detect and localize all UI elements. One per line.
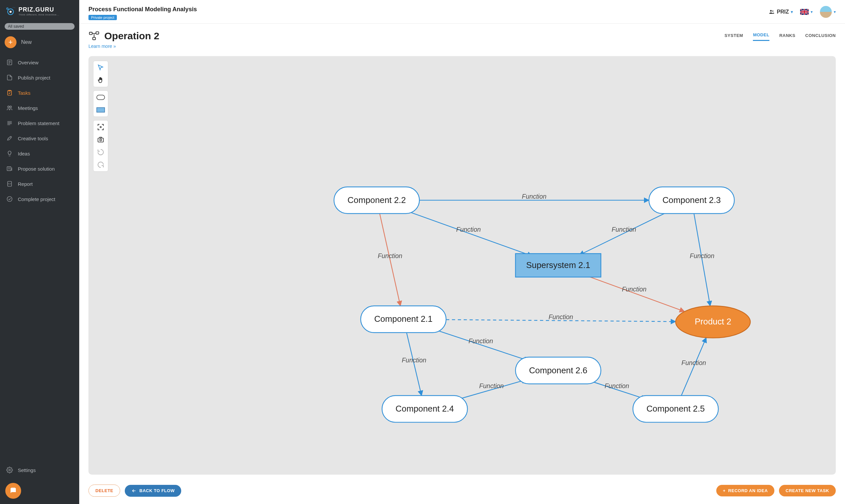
edge-label: Function: [456, 226, 481, 233]
node-c26[interactable]: Component 2.6: [516, 357, 601, 384]
settings-label: Settings: [18, 467, 36, 473]
edge-label: Function: [402, 357, 426, 364]
svg-point-5: [7, 106, 9, 108]
logo[interactable]: PRIZ.GURU Think different, think inventi…: [0, 0, 79, 20]
node-label: Component 2.5: [646, 404, 705, 413]
svg-point-13: [772, 11, 773, 12]
tasks-icon: [6, 89, 13, 96]
edge-c21-c26[interactable]: [433, 329, 529, 361]
chevron-down-icon: ▾: [811, 10, 813, 14]
edge-label: Function: [682, 359, 706, 366]
sidebar-item-meetings[interactable]: Meetings: [0, 100, 79, 115]
page-header: Operation 2 Learn more » SYSTEMMODELRANK…: [79, 24, 845, 52]
node-label: Component 2.3: [663, 195, 721, 205]
diagram-svg: FunctionFunctionFunctionFunctionFunction…: [88, 56, 836, 462]
node-label: Supersystem 2.1: [526, 260, 590, 270]
saved-badge: All saved: [5, 23, 75, 30]
report-icon: PDF: [6, 180, 13, 187]
edge-c23-ss21[interactable]: [579, 212, 669, 255]
chat-button[interactable]: [5, 483, 21, 499]
sidebar-item-ideas[interactable]: Ideas: [0, 146, 79, 161]
edge-label: Function: [605, 382, 629, 390]
learn-more-link[interactable]: Learn more »: [88, 43, 724, 49]
edge-ss21-p2[interactable]: [584, 275, 685, 311]
workspace-selector[interactable]: PRIZ ▾: [769, 8, 793, 15]
propose-icon: [6, 165, 13, 172]
sidebar-item-settings[interactable]: Settings: [0, 463, 79, 478]
svg-point-10: [7, 197, 12, 202]
record-idea-button[interactable]: + RECORD AN IDEA: [716, 485, 774, 497]
edge-label: Function: [479, 382, 504, 390]
sidebar-item-label: Tasks: [18, 90, 30, 96]
flag-icon: [800, 9, 809, 15]
tab-model[interactable]: MODEL: [753, 32, 769, 41]
ideas-icon: [6, 150, 13, 157]
edge-c25-p2[interactable]: [681, 338, 706, 396]
node-c25[interactable]: Component 2.5: [633, 395, 718, 422]
sidebar-item-report[interactable]: PDFReport: [0, 176, 79, 192]
arrow-left-icon: [131, 488, 137, 493]
edge-c23-p2[interactable]: [694, 214, 710, 306]
edge-c22-c21[interactable]: [380, 214, 400, 306]
sidebar-item-label: Publish project: [18, 75, 50, 80]
avatar: [820, 6, 832, 18]
edge-label: Function: [690, 252, 714, 259]
privacy-badge: Private project: [88, 15, 117, 20]
node-ss21[interactable]: Supersystem 2.1: [516, 253, 601, 277]
chat-icon: [9, 487, 17, 495]
svg-point-1: [10, 11, 12, 13]
node-p2[interactable]: Product 2: [676, 306, 750, 338]
tools-icon: [6, 135, 13, 142]
delete-button[interactable]: DELETE: [88, 485, 120, 497]
sidebar: PRIZ.GURU Think different, think inventi…: [0, 0, 79, 504]
edge-label: Function: [522, 193, 546, 200]
node-label: Component 2.6: [529, 366, 588, 375]
new-button[interactable]: + New: [5, 36, 75, 48]
node-c21[interactable]: Component 2.1: [361, 306, 446, 333]
edge-label: Function: [622, 286, 646, 293]
model-canvas[interactable]: FunctionFunctionFunctionFunctionFunction…: [88, 56, 836, 475]
svg-point-6: [10, 106, 12, 108]
svg-rect-17: [93, 37, 96, 40]
tab-ranks[interactable]: RANKS: [779, 33, 795, 41]
logo-icon: [5, 6, 16, 17]
svg-text:PDF: PDF: [8, 183, 11, 185]
tab-conclusion[interactable]: CONCLUSION: [805, 33, 836, 41]
svg-point-12: [770, 10, 772, 12]
sidebar-item-complete[interactable]: Complete project: [0, 192, 79, 206]
page-title: Operation 2: [104, 30, 159, 41]
node-label: Component 2.4: [395, 404, 454, 413]
publish-icon: [6, 74, 13, 81]
sidebar-item-tools[interactable]: Creative tools: [0, 131, 79, 146]
tab-system[interactable]: SYSTEM: [724, 33, 743, 41]
user-menu[interactable]: ▾: [820, 6, 836, 18]
create-task-button[interactable]: CREATE NEW TASK: [779, 485, 836, 497]
language-selector[interactable]: ▾: [800, 9, 813, 15]
sidebar-item-label: Complete project: [18, 196, 55, 202]
node-c24[interactable]: Component 2.4: [382, 395, 467, 422]
sidebar-item-tasks[interactable]: Tasks: [0, 85, 79, 100]
sidebar-item-overview[interactable]: Overview: [0, 55, 79, 70]
footer-actions: DELETE BACK TO FLOW + RECORD AN IDEA CRE…: [79, 479, 845, 504]
sidebar-item-label: Ideas: [18, 151, 30, 157]
edge-c21-c24[interactable]: [407, 333, 421, 396]
sidebar-item-propose[interactable]: Propose solution: [0, 161, 79, 176]
tabs: SYSTEMMODELRANKSCONCLUSION: [724, 32, 836, 41]
sidebar-item-publish[interactable]: Publish project: [0, 70, 79, 85]
meetings-icon: [6, 104, 13, 111]
node-label: Component 2.2: [347, 195, 406, 205]
edge-c22-ss21[interactable]: [405, 210, 532, 256]
sidebar-item-problem[interactable]: Problem statement: [0, 115, 79, 131]
edge-label: Function: [612, 226, 636, 233]
workspace-name: PRIZ: [777, 9, 789, 15]
sidebar-item-label: Creative tools: [18, 136, 48, 141]
new-label: New: [21, 39, 32, 45]
node-label: Product 2: [695, 317, 732, 326]
svg-point-2: [6, 8, 8, 10]
main: Process Functional Modeling Analysis Pri…: [79, 0, 845, 504]
node-c23[interactable]: Component 2.3: [649, 187, 734, 214]
svg-point-11: [9, 469, 11, 471]
back-to-flow-button[interactable]: BACK TO FLOW: [125, 485, 181, 497]
node-c22[interactable]: Component 2.2: [334, 187, 419, 214]
record-idea-label: RECORD AN IDEA: [728, 488, 768, 493]
